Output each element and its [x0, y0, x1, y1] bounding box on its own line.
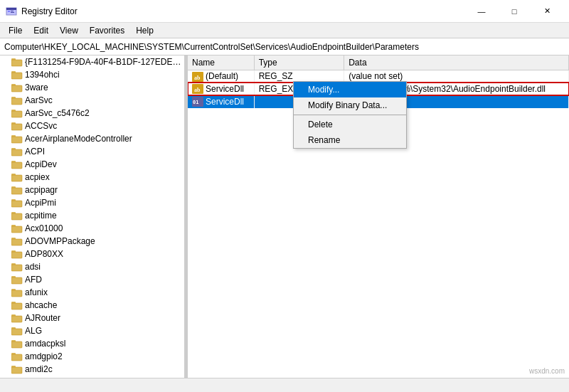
svg-rect-24 [11, 135, 16, 137]
tree-item[interactable]: AcerAirplaneModeController [0, 132, 184, 145]
folder-icon [11, 275, 23, 285]
folder-icon [11, 249, 23, 259]
svg-text:01: 01 [193, 100, 198, 105]
svg-rect-2 [8, 11, 10, 12]
tree-item-label: afunix [25, 287, 48, 297]
svg-rect-11 [11, 85, 22, 92]
tree-item[interactable]: ALG [0, 324, 184, 337]
folder-icon [11, 159, 23, 169]
svg-rect-78 [11, 366, 16, 368]
svg-rect-20 [11, 124, 22, 130]
minimize-button[interactable]: — [465, 0, 498, 23]
context-menu-item-rename[interactable]: Rename [294, 132, 406, 148]
folder-icon [11, 223, 23, 233]
svg-rect-45 [11, 225, 16, 227]
folder-icon [11, 108, 23, 118]
svg-rect-59 [11, 290, 22, 297]
menu-item-help[interactable]: Help [130, 24, 159, 37]
tree-item[interactable]: amdi2c [0, 363, 184, 376]
tree-item[interactable]: acpitime [0, 209, 184, 222]
folder-icon [11, 147, 23, 157]
folder-icon [11, 172, 23, 182]
tree-item-label: acpitime [25, 211, 57, 221]
svg-rect-3 [11, 11, 14, 11]
menu-item-view[interactable]: View [54, 24, 84, 37]
folder-icon [11, 313, 23, 323]
tree-item[interactable]: adsi [0, 260, 184, 273]
context-menu-item-modifybinarydata[interactable]: Modify Binary Data... [294, 97, 406, 113]
col-data[interactable]: Data [344, 55, 569, 70]
svg-rect-38 [11, 201, 22, 207]
maximize-button[interactable]: □ [498, 0, 531, 23]
folder-icon [11, 300, 23, 310]
tree-item[interactable]: acpiex [0, 171, 184, 184]
svg-rect-18 [11, 110, 16, 112]
tree-item[interactable]: AarSvc_c5476c2 [0, 107, 184, 120]
svg-rect-27 [11, 148, 16, 150]
svg-rect-29 [11, 162, 22, 169]
tree-item[interactable]: 3ware [0, 81, 184, 94]
tree-item[interactable]: AFD [0, 273, 184, 286]
right-panel: Name Type Data ab(Default)REG_SZ(value n… [188, 55, 569, 378]
tree-item[interactable]: ACPI [0, 145, 184, 158]
folder-icon [11, 57, 23, 67]
context-menu-item-delete[interactable]: Delete [294, 117, 406, 132]
tree-item-label: adsi [25, 262, 41, 272]
svg-text:ab: ab [194, 75, 201, 81]
svg-rect-17 [11, 111, 22, 117]
svg-rect-66 [11, 314, 16, 317]
tree-item[interactable]: ADP80XX [0, 248, 184, 260]
menu-item-favorites[interactable]: Favorites [84, 24, 130, 37]
context-menu-item-modify[interactable]: Modify... [294, 82, 406, 97]
folder-icon [11, 134, 23, 144]
menu-item-file[interactable]: File [3, 24, 28, 37]
tree-panel[interactable]: {F1131254-F9DA-40F4-B1DF-127EDEB212F0...… [0, 55, 185, 378]
tree-item-label: ADOVMPPackage [25, 236, 95, 246]
svg-rect-35 [11, 188, 22, 194]
tree-item[interactable]: 1394ohci [0, 68, 184, 81]
tree-item[interactable]: AJRouter [0, 312, 184, 324]
svg-rect-30 [11, 161, 16, 163]
tree-item-label: ACPI [25, 147, 45, 157]
close-button[interactable]: ✕ [531, 0, 563, 23]
window-controls: — □ ✕ [465, 0, 563, 23]
svg-rect-36 [11, 186, 16, 189]
tree-item[interactable]: ADOVMPPackage [0, 235, 184, 248]
tree-item[interactable]: AcpiDev [0, 158, 184, 171]
cell-name: abServiceDll [188, 83, 254, 95]
svg-rect-6 [11, 58, 16, 60]
tree-item[interactable]: AmdK8 [0, 376, 184, 378]
svg-rect-72 [11, 340, 16, 342]
svg-rect-50 [11, 252, 22, 258]
tree-item[interactable]: amdacpksl [0, 337, 184, 350]
tree-item[interactable]: AarSvc [0, 94, 184, 107]
watermark: wsxdn.com [529, 367, 565, 375]
tree-item-label: 1394ohci [25, 70, 60, 80]
tree-item-label: {F1131254-F9DA-40F4-B1DF-127EDEB212F0... [25, 57, 181, 67]
tree-item-label: AarSvc_c5476c2 [25, 108, 90, 118]
svg-rect-44 [11, 226, 22, 233]
tree-item[interactable]: amdgpio2 [0, 350, 184, 363]
svg-text:ab: ab [194, 87, 201, 93]
menu-item-edit[interactable]: Edit [28, 24, 54, 37]
col-type[interactable]: Type [254, 55, 344, 70]
tree-item[interactable]: AcpiPmi [0, 196, 184, 209]
title-bar: Registry Editor — □ ✕ [0, 0, 569, 23]
col-name[interactable]: Name [188, 55, 254, 70]
svg-rect-42 [11, 212, 16, 214]
tree-item[interactable]: acpipagr [0, 184, 184, 196]
tree-item[interactable]: Acx01000 [0, 222, 184, 235]
svg-rect-12 [11, 84, 16, 86]
address-path: Computer\HKEY_LOCAL_MACHINE\SYSTEM\Curre… [4, 42, 419, 52]
svg-rect-63 [11, 302, 16, 304]
tree-item[interactable]: ahcache [0, 299, 184, 312]
tree-item[interactable]: {F1131254-F9DA-40F4-B1DF-127EDEB212F0... [0, 55, 184, 68]
svg-rect-15 [11, 97, 16, 99]
svg-rect-53 [11, 265, 22, 271]
svg-rect-68 [11, 329, 22, 335]
folder-icon [11, 326, 23, 336]
tree-item[interactable]: afunix [0, 286, 184, 299]
tree-item[interactable]: ACCSvc [0, 120, 184, 132]
folder-icon [11, 377, 23, 378]
svg-rect-8 [11, 73, 22, 79]
